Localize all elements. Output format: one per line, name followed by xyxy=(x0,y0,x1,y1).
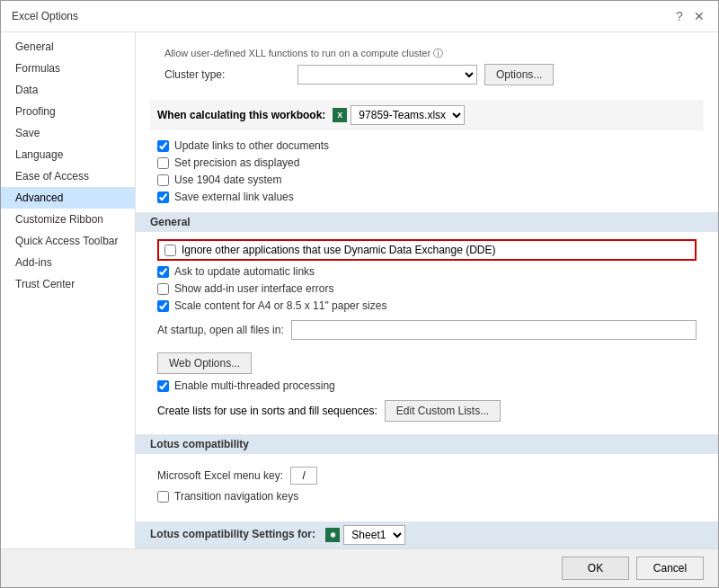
threading-checkbox[interactable] xyxy=(157,380,169,392)
sidebar-item-proofing[interactable]: Proofing xyxy=(1,101,135,122)
sidebar-item-save[interactable]: Save xyxy=(1,122,135,144)
edit-custom-lists-button[interactable]: Edit Custom Lists... xyxy=(385,400,501,422)
startup-label: At startup, open all files in: xyxy=(157,324,284,336)
close-button[interactable]: ✕ xyxy=(691,8,707,24)
help-button[interactable]: ? xyxy=(671,8,688,24)
web-options-button[interactable]: Web Options... xyxy=(157,352,252,374)
title-bar: Excel Options ? ✕ xyxy=(1,1,718,32)
sidebar-item-data[interactable]: Data xyxy=(1,79,135,101)
checkbox-scale-content: Scale content for A4 or 8.5 x 11" paper … xyxy=(157,299,697,312)
workbook-section-label: When calculating this workbook: xyxy=(157,109,325,121)
create-lists-row: Create lists for use in sorts and fill s… xyxy=(150,396,704,425)
workbook-section: When calculating this workbook: X 97859-… xyxy=(150,100,704,130)
title-bar-buttons: ? ✕ xyxy=(671,8,707,24)
sidebar-item-trust[interactable]: Trust Center xyxy=(1,273,135,295)
save-external-label: Save external link values xyxy=(174,191,294,203)
workbook-dropdown[interactable]: 97859-Teams.xlsx xyxy=(351,105,465,125)
general-checkboxes: Ignore other applications that use Dynam… xyxy=(150,239,704,312)
sidebar-item-formulas[interactable]: Formulas xyxy=(1,58,135,79)
checkbox-show-addin: Show add-in user interface errors xyxy=(157,282,697,295)
dde-label: Ignore other applications that use Dynam… xyxy=(182,244,496,256)
cluster-row: Cluster type: Options... xyxy=(150,64,704,93)
xll-functions-text: Allow user-defined XLL functions to run … xyxy=(164,48,443,58)
workbook-checkboxes: Update links to other documents Set prec… xyxy=(150,139,704,203)
scale-content-checkbox[interactable] xyxy=(157,300,169,312)
threading-row: Enable multi-threaded processing xyxy=(150,379,704,392)
checkbox-update-links: Update links to other documents xyxy=(157,139,697,152)
top-clipped: Allow user-defined XLL functions to run … xyxy=(150,40,704,64)
cluster-type-select[interactable] xyxy=(297,65,477,85)
lotus-content: Microsoft Excel menu key: / Transition n… xyxy=(150,461,704,512)
sidebar-item-language[interactable]: Language xyxy=(1,144,135,165)
transition-nav-label: Transition navigation keys xyxy=(174,490,298,503)
date-1904-checkbox[interactable] xyxy=(157,174,169,186)
cluster-type-label: Cluster type: xyxy=(164,68,290,81)
cancel-button[interactable]: Cancel xyxy=(636,557,704,580)
set-precision-label: Set precision as displayed xyxy=(174,156,299,169)
sheet-icon: ✱ xyxy=(325,528,340,542)
scale-content-label: Scale content for A4 or 8.5 x 11" paper … xyxy=(174,299,386,312)
menu-key-row: Microsoft Excel menu key: / xyxy=(157,467,697,485)
date-1904-label: Use 1904 date system xyxy=(174,174,281,186)
startup-row: At startup, open all files in: xyxy=(150,316,704,343)
general-section-header: General xyxy=(136,212,718,232)
excel-options-dialog: Excel Options ? ✕ GeneralFormulasDataPro… xyxy=(0,0,719,588)
dialog-title: Excel Options xyxy=(12,10,78,22)
checkbox-set-precision: Set precision as displayed xyxy=(157,156,697,169)
update-links-checkbox[interactable] xyxy=(157,140,169,152)
main-content: Allow user-defined XLL functions to run … xyxy=(136,32,718,548)
dde-checkbox[interactable] xyxy=(164,245,176,256)
save-external-checkbox[interactable] xyxy=(157,192,169,203)
dde-row: Ignore other applications that use Dynam… xyxy=(157,239,697,261)
scrollable-area[interactable]: Allow user-defined XLL functions to run … xyxy=(136,32,718,548)
dialog-footer: OK Cancel xyxy=(1,548,718,587)
set-precision-checkbox[interactable] xyxy=(157,157,169,169)
threading-label: Enable multi-threaded processing xyxy=(174,379,335,392)
sidebar-item-advanced[interactable]: Advanced xyxy=(1,187,135,209)
startup-input[interactable] xyxy=(291,320,697,340)
dialog-content: GeneralFormulasDataProofingSaveLanguageE… xyxy=(1,32,718,548)
workbook-select: X 97859-Teams.xlsx xyxy=(333,105,465,125)
sidebar-item-toolbar[interactable]: Quick Access Toolbar xyxy=(1,230,135,252)
lotus-settings-label: Lotus compatibility Settings for: xyxy=(150,528,315,540)
sidebar-item-general[interactable]: General xyxy=(1,36,135,58)
scroll-content: Allow user-defined XLL functions to run … xyxy=(136,32,718,548)
update-links-label: Update links to other documents xyxy=(174,139,329,152)
checkbox-ask-update: Ask to update automatic links xyxy=(157,265,697,278)
excel-icon: X xyxy=(333,108,347,122)
ask-update-label: Ask to update automatic links xyxy=(174,265,315,278)
create-lists-label: Create lists for use in sorts and fill s… xyxy=(157,405,377,417)
menu-key-label: Microsoft Excel menu key: xyxy=(157,469,283,482)
sidebar-item-addins[interactable]: Add-ins xyxy=(1,252,135,273)
lotus-settings-header: Lotus compatibility Settings for: ✱ Shee… xyxy=(136,521,718,548)
transition-nav-checkbox[interactable] xyxy=(157,491,169,503)
sidebar: GeneralFormulasDataProofingSaveLanguageE… xyxy=(1,32,136,548)
show-addin-checkbox[interactable] xyxy=(157,283,169,295)
ok-button[interactable]: OK xyxy=(562,557,629,580)
sidebar-item-ease[interactable]: Ease of Access xyxy=(1,165,135,187)
web-options-row: Web Options... xyxy=(150,349,704,379)
menu-key-value: / xyxy=(290,467,317,485)
sheet-dropdown[interactable]: Sheet1 xyxy=(343,525,405,545)
show-addin-label: Show add-in user interface errors xyxy=(174,282,333,295)
checkbox-1904-date: Use 1904 date system xyxy=(157,174,697,186)
ask-update-checkbox[interactable] xyxy=(157,266,169,278)
checkbox-threading: Enable multi-threaded processing xyxy=(157,379,697,392)
checkbox-save-external: Save external link values xyxy=(157,191,697,203)
sidebar-item-ribbon[interactable]: Customize Ribbon xyxy=(1,209,135,230)
cluster-options-button[interactable]: Options... xyxy=(484,64,554,85)
lotus-section-header: Lotus compatibility xyxy=(136,434,718,454)
checkbox-transition-nav: Transition navigation keys xyxy=(157,490,697,503)
